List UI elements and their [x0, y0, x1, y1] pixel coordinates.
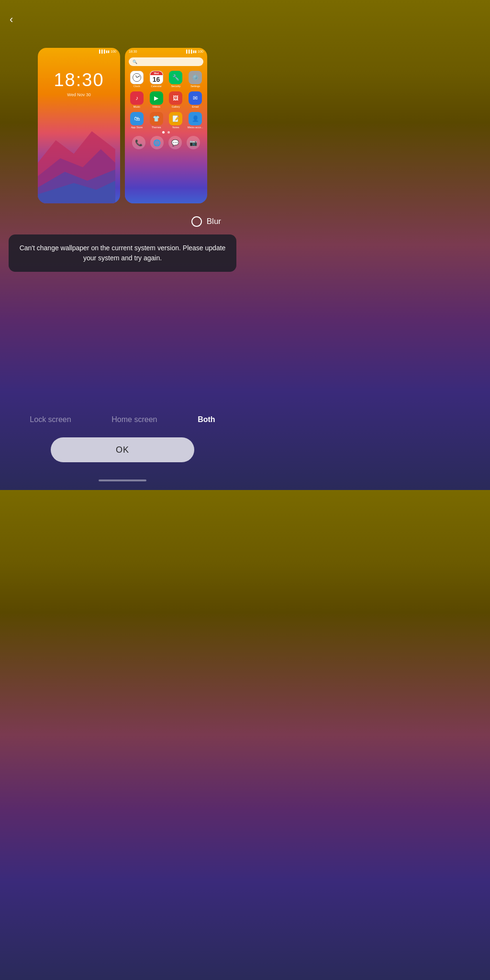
app-clock[interactable]: Clock [128, 71, 146, 88]
gallery-icon: 🖼 [169, 91, 182, 105]
appstore-icon: 🛍 [130, 112, 144, 125]
dock-messages[interactable]: 💬 [168, 136, 182, 149]
svg-marker-0 [38, 131, 115, 203]
lock-screen-option[interactable]: Lock screen [22, 412, 78, 428]
search-icon: 🔍 [133, 60, 137, 64]
dock-camera[interactable]: 📷 [187, 136, 200, 149]
security-icon: 🔧 [169, 71, 182, 84]
videos-icon: ▶ [150, 91, 163, 105]
music-label: Music [128, 105, 146, 108]
blur-label: Blur [207, 217, 221, 226]
themes-icon: 👕 [150, 112, 163, 125]
notes-label: Notes [167, 126, 185, 129]
phone-previews: ▐▐▐ ▮▮ 100 18:30 Wed Nov 30 18:30 ▐▐▐ ▮▮… [0, 48, 245, 203]
appstore-label: App Store [128, 126, 146, 129]
app-appstore[interactable]: 🛍 App Store [128, 112, 146, 129]
blur-radio-button[interactable] [191, 216, 202, 227]
svg-marker-7 [125, 181, 202, 203]
dock-row: 📞 🌐 💬 📷 [125, 135, 207, 150]
app-settings[interactable]: ⚙️ Settings [186, 71, 204, 88]
calendar-label: Calendar [147, 85, 166, 88]
settings-label: Settings [186, 85, 204, 88]
bottom-options: Lock screen Home screen Both [0, 412, 245, 428]
app-meizu[interactable]: 👤 Meizu acco... [186, 112, 204, 129]
app-calendar[interactable]: Wed 16 Calendar [147, 71, 166, 88]
svg-marker-6 [125, 169, 202, 203]
dock-browser[interactable]: 🌐 [150, 136, 164, 149]
videos-label: Videos [147, 105, 166, 108]
home-indicator [99, 479, 146, 481]
dot-2 [167, 131, 170, 134]
svg-marker-2 [38, 169, 115, 203]
home-status-bar: 18:30 ▐▐▐ ▮▮ 100 [125, 48, 207, 56]
blur-option[interactable]: Blur [191, 216, 221, 227]
app-music[interactable]: ♪ Music [128, 91, 146, 108]
gallery-label: Gallery [167, 105, 185, 108]
email-icon: ✉ [189, 91, 202, 105]
app-themes[interactable]: 👕 Themes [147, 112, 166, 129]
app-notes[interactable]: 📝 Notes [167, 112, 185, 129]
lock-time-display: 18:30 Wed Nov 30 [38, 70, 120, 97]
themes-label: Themes [147, 126, 166, 129]
security-label: Security [167, 85, 185, 88]
music-icon: ♪ [130, 91, 144, 105]
dock-phone[interactable]: 📞 [132, 136, 145, 149]
settings-icon: ⚙️ [189, 71, 202, 84]
app-email[interactable]: ✉ Email [186, 91, 204, 108]
app-videos[interactable]: ▶ Videos [147, 91, 166, 108]
dot-1 [162, 131, 165, 134]
home-search-bar[interactable]: 🔍 [129, 57, 203, 66]
error-banner: Can't change wallpaper on the current sy… [9, 234, 236, 272]
email-label: Email [186, 105, 204, 108]
app-grid-row1: Clock Wed 16 Calendar 🔧 Security ⚙️ [125, 68, 207, 89]
lock-status-bar: ▐▐▐ ▮▮ 100 [38, 48, 120, 56]
svg-marker-5 [125, 149, 202, 203]
both-option[interactable]: Both [190, 412, 223, 428]
app-gallery[interactable]: 🖼 Gallery [167, 91, 185, 108]
svg-marker-3 [38, 181, 115, 203]
error-message: Can't change wallpaper on the current sy… [18, 243, 227, 263]
back-button[interactable]: ‹ [10, 13, 13, 26]
svg-marker-1 [38, 149, 115, 203]
lock-screen-preview[interactable]: ▐▐▐ ▮▮ 100 18:30 Wed Nov 30 [38, 48, 120, 203]
notes-icon: 📝 [169, 112, 182, 125]
meizu-icon: 👤 [189, 112, 202, 125]
app-security[interactable]: 🔧 Security [167, 71, 185, 88]
app-grid-row2: ♪ Music ▶ Videos 🖼 Gallery ✉ Email [125, 89, 207, 109]
clock-label: Clock [128, 85, 146, 88]
home-screen-option[interactable]: Home screen [104, 412, 165, 428]
dock-dots [125, 130, 207, 135]
home-screen-preview[interactable]: 18:30 ▐▐▐ ▮▮ 100 🔍 Clock [125, 48, 207, 203]
ok-button[interactable]: OK [51, 437, 194, 462]
clock-icon [130, 71, 144, 84]
app-grid-row3: 🛍 App Store 👕 Themes 📝 Notes 👤 Meizu acc… [125, 109, 207, 130]
calendar-icon: Wed 16 [150, 71, 163, 84]
meizu-label: Meizu acco... [186, 126, 204, 129]
